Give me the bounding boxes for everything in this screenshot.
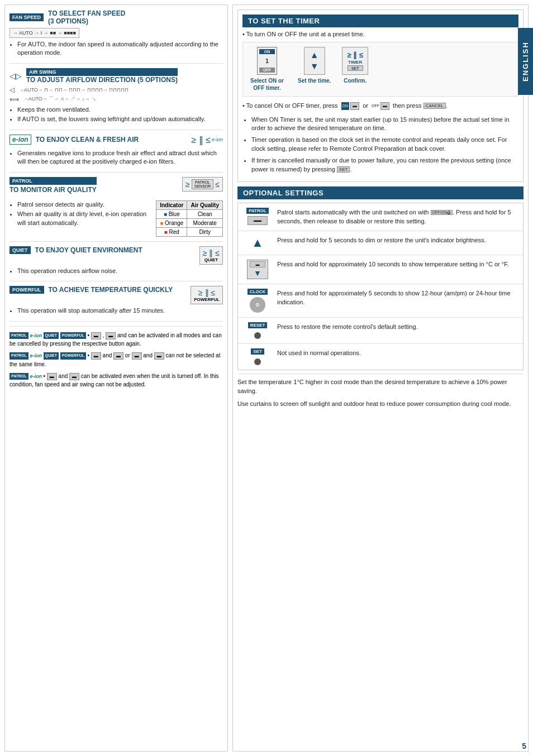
opt-text-reset: Press to restore the remote control's de… <box>277 322 517 332</box>
patrol-diagram: ≥ PATROL SENSOR ≤ <box>182 177 223 192</box>
fan-speed-title: TO SELECT FAN SPEED <box>48 9 125 17</box>
airflow-section: ◁▷ AIR SWING TO ADJUST AIRFLOW DIRECTION… <box>9 68 223 130</box>
opt-row-reset: RESET Press to restore the remote contro… <box>238 318 523 344</box>
eion-section: e-ion TO ENJOY CLEAN & FRESH AIR ≥ ‖ ≤ e… <box>9 135 223 173</box>
airflow-diagram-2: ⟺ →AUTO→ ⌒→ ∧→ ↗→ ↓→ ↘ <box>9 95 223 103</box>
bottom-patrol-badge-3: PATROL <box>9 373 28 380</box>
optional-settings-section: OPTIONAL SETTINGS PATROL ▬▬ Patrol start… <box>237 186 524 409</box>
temp-button-icon: ▬ ▼ <box>247 260 268 279</box>
timer-bullets: When ON Timer is set, the unit may start… <box>242 116 518 174</box>
opt-text-patrol: Patrol starts automatically with the uni… <box>277 208 517 226</box>
eion-title: TO ENJOY CLEAN & FRESH AIR <box>36 136 139 143</box>
airswing-arrow-left: ◁▷ <box>9 71 22 80</box>
timer-bullet-1: When ON Timer is set, the unit may start… <box>251 116 518 133</box>
opt-bottom-note-1: Set the temperature 1°C higher in cool m… <box>237 377 524 396</box>
english-tab: ENGLISH <box>518 28 533 95</box>
timer-bullet-3: If timer is cancelled manually or due to… <box>251 156 518 174</box>
clock-circle-icon: ⊙ <box>250 297 265 313</box>
airflow-title: TO ADJUST AIRFLOW DIRECTION (5 OPTIONS) <box>26 76 178 84</box>
left-panel: FAN SPEED TO SELECT FAN SPEED (3 OPTIONS… <box>4 4 228 752</box>
airflow-bullet1: Keeps the room ventilated. <box>17 106 223 114</box>
patrol-section: PATROL TO MONITOR AIR QUALITY ≥ PATROL S… <box>9 177 223 242</box>
clock-opt-badge: CLOCK <box>248 289 268 295</box>
eion-icon: ≥ ‖ ≤ e-ion <box>192 135 223 145</box>
powerful-title: TO ACHIEVE TEMPERATURE QUICKLY <box>49 286 173 294</box>
fan-speed-badge: FAN SPEED <box>9 13 44 21</box>
quality-table: Indicator Air Quality ■ Blue Clean ■ Ora… <box>156 200 223 237</box>
timer-step-1: ON 1 OFF Select ON or OFF timer. <box>248 47 287 92</box>
airflow-diagram-1: ◁ →AUTO→ ⊓→ ⊓⊓→ ⊓⊓⊓→ ⊓⊓⊓⊓→ ⊓⊓⊓⊓⊓ <box>9 86 223 94</box>
powerful-bullet1: This operation will stop automatically a… <box>17 307 223 315</box>
opt-row-brightness: ▲ Press and hold for 5 seconds to dim or… <box>238 231 523 255</box>
patrol-bullet1: Patrol sensor detects air quality. <box>17 200 150 209</box>
quiet-badge: QUIET <box>9 246 31 254</box>
quiet-bullet1: This operation reduces airflow noise. <box>17 267 223 275</box>
bottom-patrol-badge-1: PATROL <box>9 332 28 339</box>
timer-intro: • To turn ON or OFF the unit at a preset… <box>242 31 518 37</box>
fan-speed-subtitle: (3 OPTIONS) <box>48 17 125 25</box>
powerful-badge: POWERFUL <box>9 286 44 294</box>
opt-row-patrol: PATROL ▬▬ Patrol starts automatically wi… <box>238 203 523 231</box>
bottom-powerful-badge-1: POWERFUL <box>60 332 86 339</box>
set-opt-badge: SET <box>251 348 264 355</box>
right-panel: TO SET THE TIMER • To turn ON or OFF the… <box>232 4 529 752</box>
reset-dot-icon <box>254 332 261 339</box>
patrol-title: TO MONITOR AIR QUALITY <box>9 186 97 194</box>
eion-badge: e-ion <box>9 135 31 145</box>
set-dot-icon <box>254 358 261 365</box>
fan-speed-note: For AUTO, the indoor fan speed is automa… <box>17 40 223 58</box>
opt-text-set: Not used in normal operations. <box>277 348 517 358</box>
quiet-title: TO ENJOY QUIET ENVIRONMENT <box>35 246 142 254</box>
bottom-notes-section: PATROL e-ion QUIET POWERFUL • ▬ , ▬ and … <box>9 326 223 389</box>
opt-text-brightness: Press and hold for 5 seconds to dim or r… <box>277 236 517 245</box>
bottom-patrol-badge-2: PATROL <box>9 352 28 360</box>
patrol-badge: PATROL <box>9 177 97 185</box>
fan-speed-section: FAN SPEED TO SELECT FAN SPEED (3 OPTIONS… <box>9 9 223 64</box>
brightness-arrow-icon: ▲ <box>251 236 264 250</box>
timer-cancel-note: • To cancel ON or OFF timer, press ON ▬ … <box>242 101 518 111</box>
optional-bottom-notes: Set the temperature 1°C higher in cool m… <box>237 374 524 409</box>
page-number: 5 <box>522 741 526 750</box>
reset-opt-badge: RESET <box>248 322 268 328</box>
airflow-badge: AIR SWING <box>26 68 178 76</box>
timer-diagram: ON 1 OFF Select ON or OFF timer. ▲ ▼ Set… <box>242 42 518 97</box>
quiet-icon: ≥ ‖ ≤ QUIET <box>199 246 223 265</box>
timer-step-2: ▲ ▼ Set the time. <box>298 47 331 84</box>
opt-row-temp: ▬ ▼ Press and hold for approximately 10 … <box>238 255 523 284</box>
eion-bullet1: Generates negative ions to produce fresh… <box>17 149 223 166</box>
bottom-quiet-badge-1: QUIET <box>44 332 59 339</box>
opt-row-clock: CLOCK ⊙ Press and hold for approximately… <box>238 284 523 318</box>
airflow-bullet2: If AUTO is set, the louvers swing left/r… <box>17 115 223 123</box>
fan-speed-arrows: → AUTO → I → ■■ → ■■■■ <box>9 28 79 38</box>
opt-text-temp: Press and hold for approximately 10 seco… <box>277 260 517 269</box>
opt-bottom-note-2: Use curtains to screen off sunlight and … <box>237 399 524 409</box>
patrol-opt-button: ▬▬ <box>248 216 268 225</box>
powerful-icon: ≥ ‖ ≤ POWERFUL <box>191 286 223 304</box>
timer-step-3: ≥ ‖ ≤ TIMER SET Confirm. <box>342 47 368 84</box>
bottom-quiet-badge-2: QUIET <box>44 352 59 360</box>
optional-settings-heading: OPTIONAL SETTINGS <box>237 186 524 199</box>
optional-settings-table: PATROL ▬▬ Patrol starts automatically wi… <box>237 203 524 370</box>
powerful-section: POWERFUL TO ACHIEVE TEMPERATURE QUICKLY … <box>9 286 223 321</box>
timer-bullet-2: Timer operation is based on the clock se… <box>251 136 518 153</box>
timer-heading: TO SET THE TIMER <box>242 15 518 27</box>
timer-section: TO SET THE TIMER • To turn ON or OFF the… <box>237 9 524 182</box>
bottom-powerful-badge-2: POWERFUL <box>60 352 86 360</box>
opt-row-set: SET Not used in normal operations. <box>238 344 523 370</box>
patrol-bullet2: When air quality is at dirty level, e-io… <box>17 210 150 227</box>
opt-text-clock: Press and hold for approximately 5 secon… <box>277 289 517 307</box>
quiet-section: QUIET TO ENJOY QUIET ENVIRONMENT ≥ ‖ ≤ Q… <box>9 246 223 281</box>
patrol-opt-badge: PATROL <box>246 208 269 214</box>
